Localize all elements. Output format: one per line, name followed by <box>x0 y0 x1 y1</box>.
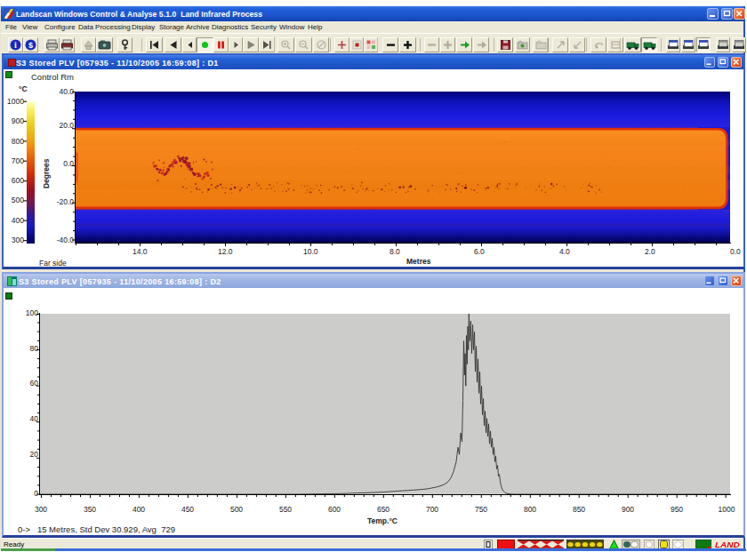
svg-text:$: $ <box>28 41 33 50</box>
svg-text:i: i <box>14 40 17 50</box>
